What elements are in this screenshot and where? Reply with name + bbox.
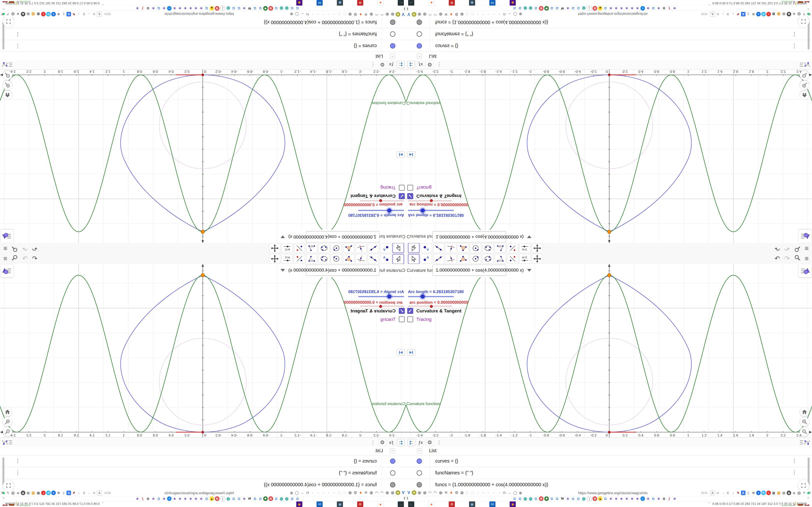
terminal-taskbar-icon[interactable]: >_ (398, 501, 404, 507)
google-g-favicon[interactable]: G (576, 6, 581, 11)
globe-icon[interactable]: ⊕ (439, 490, 443, 495)
angle-tool[interactable]: α (495, 254, 506, 264)
image-yellow-favicon[interactable]: ▴ (598, 6, 603, 11)
shield-dark-icon[interactable]: ◆ (786, 491, 791, 495)
visibility-toggle[interactable] (390, 32, 395, 37)
person-icon[interactable]: ◉ (289, 12, 294, 17)
circle-tool[interactable] (331, 254, 342, 264)
plus-blue-icon[interactable]: + (51, 491, 56, 495)
image-yellow-favicon[interactable]: ▴ (209, 6, 214, 11)
dot-icon[interactable]: ○ (326, 490, 331, 495)
firefox-taskbar-icon[interactable]: ● (377, 501, 384, 507)
flower-purple-favicon[interactable]: ✳ (624, 496, 629, 501)
function-input[interactable]: 1.000000000000 + cos(4.000000000000 x) (306, 265, 379, 276)
ghost-icon[interactable]: ▢ (470, 490, 475, 495)
teal-dot-favicon[interactable]: ◍ (279, 496, 284, 501)
move-tool[interactable] (408, 254, 419, 264)
fullscreen-button[interactable] (798, 16, 809, 27)
google-g-favicon[interactable]: G (534, 6, 538, 11)
globe-icon[interactable]: ⊕ (460, 490, 464, 495)
dot-icon[interactable]: ○ (486, 490, 491, 495)
globe-icon[interactable]: ⊕ (369, 490, 373, 495)
back-arrow-icon[interactable]: ← (300, 12, 305, 17)
globe-icon[interactable]: ⊕ (369, 12, 373, 17)
flower-purple-favicon[interactable]: ✳ (614, 6, 618, 11)
back-arrow-icon[interactable]: ← (300, 490, 305, 495)
zoom-out-button[interactable] (3, 71, 12, 80)
line-tool[interactable] (433, 254, 444, 264)
terminal-taskbar-icon[interactable]: >_ (408, 501, 414, 507)
reflect-tool[interactable] (507, 243, 518, 253)
info-favicon[interactable]: i (220, 6, 225, 11)
dot-icon[interactable]: ○ (475, 490, 480, 495)
conic-tool[interactable] (483, 254, 494, 264)
terminal-taskbar-icon[interactable]: >_ (398, 0, 404, 6)
v-logo-icon[interactable]: V (406, 490, 411, 495)
sync-blue-icon[interactable]: ↻ (46, 12, 51, 16)
dot-icon[interactable]: ○ (486, 12, 491, 17)
ghost-icon[interactable]: ▢ (465, 490, 469, 495)
plus-blue-icon[interactable]: + (51, 12, 56, 16)
globe-icon[interactable]: ⊕ (348, 12, 352, 17)
gauge-icon[interactable]: ◠ (379, 12, 384, 17)
zoom-in-button[interactable] (800, 417, 809, 427)
owl-purple-taskbar-icon[interactable]: ◉ (296, 0, 303, 6)
globe-icon[interactable]: ⊕ (417, 12, 422, 17)
polygon-tool[interactable] (343, 243, 354, 253)
firefox-taskbar-icon[interactable]: ● (428, 0, 435, 6)
google-g-favicon[interactable]: G (295, 6, 300, 11)
teal-dot-favicon[interactable]: ◍ (523, 496, 527, 501)
visibility-toggle[interactable] (417, 32, 422, 37)
gear-favicon[interactable]: ⚙ (662, 6, 666, 11)
gear-icon[interactable]: ⚙ (454, 12, 459, 17)
google-g-favicon[interactable]: G (156, 6, 161, 11)
flower-purple-favicon[interactable]: ✳ (630, 496, 635, 501)
gear-icon[interactable]: ⚙ (353, 12, 358, 17)
arc-length-slider-handle[interactable] (420, 294, 425, 299)
curvature-tangent-checkbox[interactable]: ✓ (399, 308, 405, 314)
angle-tool[interactable]: α (495, 243, 506, 253)
visibility-toggle[interactable] (390, 43, 395, 49)
google-g-favicon[interactable]: G (518, 6, 522, 11)
globe-icon[interactable]: ⊕ (439, 12, 443, 17)
line-tool[interactable] (368, 243, 379, 253)
collapse-chevron-icon[interactable]: ^ (807, 6, 809, 11)
google-g-favicon[interactable]: G (534, 496, 538, 501)
move-graphics-tool[interactable] (532, 254, 543, 264)
sync-blue-icon[interactable]: ↻ (46, 491, 51, 495)
graphics-view[interactable]: -2.4-2.2-2-1.8-1.6-1.4-1.2-1-0.8-0.6-0.4… (0, 264, 406, 438)
circle-icon[interactable]: ◯ (295, 490, 299, 495)
share-icon[interactable]: ↱ (802, 12, 806, 16)
v-logo-icon[interactable]: V (401, 490, 406, 495)
flower-purple-favicon[interactable]: ✳ (151, 496, 156, 501)
zoom-out-button[interactable] (800, 427, 809, 436)
hamburger-menu-icon[interactable]: ≡ (3, 255, 7, 263)
google-g-favicon[interactable]: G (237, 496, 241, 501)
globe-icon[interactable]: ⊕ (390, 12, 395, 17)
flower-purple-favicon[interactable]: ✳ (609, 496, 613, 501)
translate-icon[interactable]: A (97, 490, 102, 495)
folder-icon[interactable]: 🗀 (502, 12, 507, 17)
google-g-favicon[interactable]: G (204, 496, 209, 501)
globe-gray-icon[interactable]: ◍ (797, 12, 801, 16)
firefox-taskbar-icon[interactable]: ● (377, 0, 384, 6)
point-tool[interactable]: A (380, 254, 391, 264)
image-yellow-favicon[interactable]: ▴ (209, 496, 214, 501)
yandex-favicon[interactable]: Я (215, 6, 219, 11)
flower-purple-favicon[interactable]: ✳ (619, 496, 624, 501)
download-icon[interactable]: ↓ (731, 12, 735, 16)
scrollbar[interactable] (808, 457, 810, 485)
chevron-down-icon[interactable] (281, 236, 285, 238)
flower-purple-favicon[interactable]: ✳ (619, 6, 624, 11)
row-menu-icon[interactable]: ⋮ (792, 469, 797, 476)
flower-purple-favicon[interactable]: ✳ (135, 6, 140, 11)
google-g-favicon[interactable]: G (253, 496, 257, 501)
flower-purple-favicon[interactable]: ✳ (614, 496, 618, 501)
gear-icon[interactable]: ⚙ (751, 12, 756, 16)
google-g-favicon[interactable]: G (550, 6, 554, 11)
google-g-favicon[interactable]: G (555, 496, 559, 501)
row-menu-icon[interactable]: ⋮ (15, 458, 20, 464)
wikipedia-w-favicon[interactable]: W (247, 496, 252, 501)
gear-icon[interactable]: ⚙ (56, 491, 61, 495)
algebra-row-funcnames[interactable]: funcNames = {" "} ⋮ (406, 28, 812, 40)
